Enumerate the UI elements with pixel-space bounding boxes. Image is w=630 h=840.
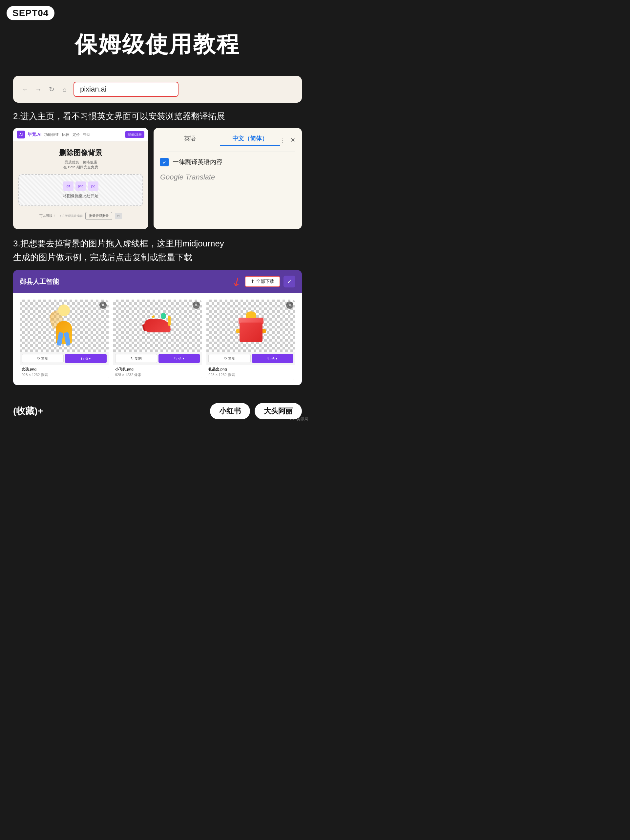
upload-text: 将图像拖至此处开始 (22, 193, 139, 199)
gift-bow (246, 311, 256, 318)
footer-pill-xiaohongshu[interactable]: 小红书 (210, 403, 250, 419)
sept-badge: SEPT04 (6, 6, 54, 21)
card-size-3: 928 × 1232 像素 (208, 373, 293, 377)
nav-item: 定价 (73, 132, 80, 137)
pixian-panel: AI 毕竟.AI 功能特征 比较 定价 帮助 登录/注册 删除图像背景 品质优良… (13, 128, 148, 229)
action-label-2: 行动 (174, 356, 182, 361)
card-info-3: 礼品盒.png 928 × 1232 像素 (206, 365, 295, 380)
copy-btn-2[interactable]: ↻ 复制 (115, 354, 157, 363)
checkbox-icon[interactable]: ✓ (160, 158, 169, 166)
copy-btn-3[interactable]: ↻ 复制 (208, 354, 250, 363)
action-icon-3: ▾ (276, 356, 278, 361)
image-card-gift: ✕ ↻ 复制 行动 ▾ (206, 300, 295, 380)
card-image-area-3 (206, 300, 295, 352)
check-button[interactable]: ✓ (284, 276, 295, 287)
girl-head (58, 305, 70, 316)
copy-btn-1[interactable]: ↻ 复制 (22, 354, 64, 363)
copy-label-2: 复制 (134, 356, 142, 361)
propeller (168, 316, 171, 326)
image-card-plane: ✕ ↻ 复制 行动 ▾ (113, 300, 202, 380)
upload-box[interactable]: gif png jpg 将图像拖至此处开始 (18, 174, 143, 206)
action-icon-1: ▾ (89, 356, 91, 361)
nav-item: 比较 (62, 132, 69, 137)
card-info-2: 小飞机.png 928 × 1232 像素 (113, 365, 202, 380)
tab-chinese[interactable]: 中文（简体） (220, 134, 280, 146)
card-actions-3: ↻ 复制 行动 ▾ (206, 352, 295, 365)
card-image-area-2 (113, 300, 202, 352)
card-size-2: 928 × 1232 像素 (115, 373, 200, 377)
nav-item: 帮助 (83, 132, 90, 137)
panel-title: 郧县人工智能 (20, 277, 59, 286)
action-btn-3[interactable]: 行动 ▾ (252, 354, 293, 363)
login-btn[interactable]: 登录/注册 (125, 131, 144, 138)
upload-icons: gif png jpg (22, 182, 139, 191)
watermark: ✦ AI美讯网 (289, 416, 308, 422)
card-size-1: 928 × 1232 像素 (22, 373, 107, 377)
card-actions-2: ↻ 复制 行动 ▾ (113, 352, 202, 365)
two-panels: AI 毕竟.AI 功能特征 比较 定价 帮助 登录/注册 删除图像背景 品质优良… (13, 128, 302, 229)
card-close-1[interactable]: ✕ (99, 302, 107, 309)
gift-box (240, 322, 262, 342)
copy-label-3: 复制 (228, 356, 235, 361)
translate-tabs: 英语 中文（简体） ⋮ ✕ (160, 134, 295, 146)
forward-icon[interactable]: → (34, 86, 43, 93)
browser-bar: ← → ↻ ⌂ pixian.ai (13, 76, 302, 103)
checkbox-row: ✓ 一律翻译英语内容 (160, 158, 295, 166)
close-icon[interactable]: ✕ (291, 136, 295, 144)
copy-label-1: 复制 (41, 356, 48, 361)
card-actions-1: ↻ 复制 行动 ▾ (20, 352, 109, 365)
translate-panel: 英语 中文（简体） ⋮ ✕ ✓ 一律翻译英语内容 Google Translat… (153, 128, 302, 229)
plane-body (144, 319, 171, 332)
jpg-icon: jpg (88, 182, 98, 191)
settings-btn[interactable]: □ (115, 213, 122, 219)
pixian-site-name: 毕竟.AI (28, 131, 42, 137)
plane-figure (141, 313, 174, 339)
pixian-subtitle: 品质优良，价格低廉在 Beta 期间完全免费 (18, 160, 143, 170)
checkbox-label: 一律翻译英语内容 (172, 158, 223, 166)
card-filename-3: 礼品盒.png (208, 367, 293, 372)
pixian-nav: 功能特征 比较 定价 帮助 (44, 132, 90, 137)
action-btn-1[interactable]: 行动 ▾ (65, 354, 106, 363)
image-card-girl: ✕ ↻ 复制 行动 ▾ (20, 300, 109, 380)
home-icon[interactable]: ⌂ (60, 86, 69, 93)
footer: (收藏)+ 小红书 大头阿丽 (0, 395, 315, 427)
translate-divider (160, 152, 295, 152)
action-icon-2: ▾ (182, 356, 185, 361)
action-label-1: 行动 (81, 356, 88, 361)
panel-header: 郧县人工智能 ↙ ⬆ 全部下载 ✓ (13, 270, 302, 293)
balloon (161, 313, 166, 319)
arrow-indicator: ↙ (229, 273, 245, 290)
download-button[interactable]: ⬆ 全部下载 (245, 276, 280, 287)
card-filename-2: 小飞机.png (115, 367, 200, 372)
manage-btn[interactable]: 批量管理批量 (85, 212, 112, 220)
footer-left-text: (收藏)+ (13, 405, 43, 417)
footer-note: 可以可以！ (39, 214, 56, 218)
google-translate-logo: Google Translate (160, 173, 295, 182)
action-btn-2[interactable]: 行动 ▾ (158, 354, 200, 363)
card-info-1: 女孩.png 928 × 1232 像素 (20, 365, 109, 380)
copy-icon-1: ↻ (37, 356, 40, 361)
plane-star (151, 314, 156, 319)
url-bar[interactable]: pixian.ai (74, 82, 178, 97)
girl-figure (49, 305, 79, 347)
translate-icons: ⋮ ✕ (280, 136, 295, 144)
back-icon[interactable]: ← (21, 86, 30, 93)
pixian-header: AI 毕竟.AI 功能特征 比较 定价 帮助 登录/注册 (13, 128, 148, 141)
pixian-title: 删除图像背景 (18, 148, 143, 158)
bottom-panel: 郧县人工智能 ↙ ⬆ 全部下载 ✓ ✕ (13, 270, 302, 385)
pixian-logo: AI (17, 131, 25, 139)
copy-icon-2: ↻ (131, 356, 134, 361)
image-cards-row: ✕ ↻ 复制 行动 ▾ (13, 293, 302, 385)
card-filename-1: 女孩.png (22, 367, 107, 372)
panel-actions: ↙ ⬆ 全部下载 ✓ (228, 275, 295, 289)
card-image-area-1 (20, 300, 109, 352)
footer-right: 小红书 大头阿丽 (210, 403, 302, 419)
nav-item: 功能特征 (44, 132, 59, 137)
copy-icon-3: ↻ (224, 356, 227, 361)
menu-icon[interactable]: ⋮ (280, 136, 286, 144)
refresh-icon[interactable]: ↻ (47, 85, 56, 93)
tab-english[interactable]: 英语 (160, 134, 220, 146)
step2-text: 2.进入主页，看不习惯英文界面可以安装浏览器翻译拓展 (13, 110, 302, 123)
footer-label: ↑ 在管理员处编辑 (60, 214, 83, 218)
pixian-footer: 可以可以！ ↑ 在管理员处编辑 批量管理批量 □ (18, 209, 143, 223)
